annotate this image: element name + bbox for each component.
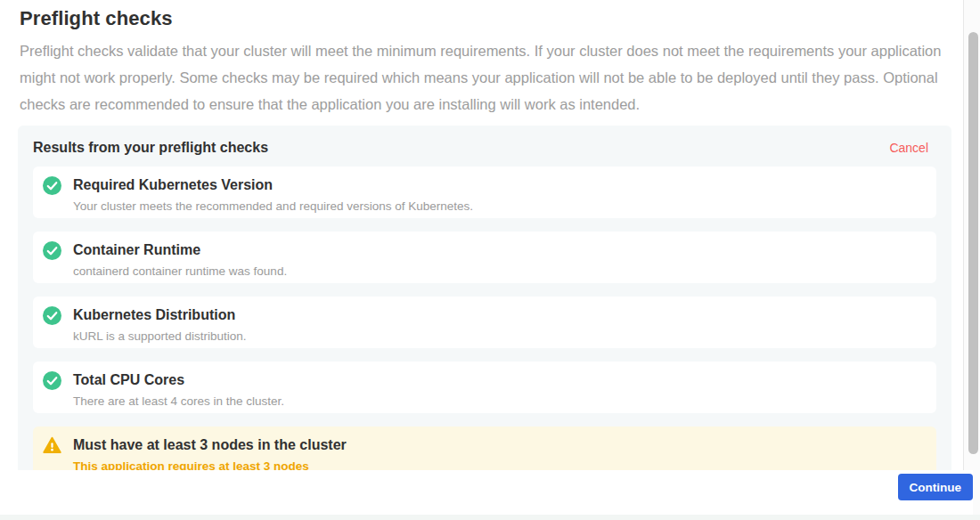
check-circle-icon [43, 176, 61, 195]
page-title: Preflight checks [20, 7, 951, 30]
panel-header: Results from your preflight checks Cance… [33, 140, 936, 156]
panel-title: Results from your preflight checks [33, 140, 268, 156]
check-title: Container Runtime [73, 240, 287, 259]
scrollbar-thumb[interactable] [968, 32, 978, 454]
check-text: Must have at least 3 nodes in the cluste… [73, 435, 347, 473]
scrollbar-track[interactable] [963, 0, 980, 520]
check-circle-icon [43, 371, 61, 390]
check-title: Total CPU Cores [73, 370, 284, 389]
check-circle-icon [43, 306, 61, 325]
check-title: Required Kubernetes Version [73, 175, 473, 194]
check-text: Total CPU Cores There are at least 4 cor… [73, 370, 284, 408]
bottom-strip [0, 515, 980, 520]
check-title: Must have at least 3 nodes in the cluste… [73, 435, 347, 454]
page-description: Preflight checks validate that your clus… [20, 37, 946, 118]
check-row: Kubernetes Distribution kURL is a suppor… [33, 297, 936, 348]
check-message: There are at least 4 cores in the cluste… [73, 394, 284, 408]
check-row: Required Kubernetes Version Your cluster… [33, 167, 936, 218]
preflight-checks-page: Preflight checks Preflight checks valida… [0, 0, 980, 520]
check-message: containerd container runtime was found. [73, 264, 287, 278]
footer-bar: Continue [0, 470, 973, 515]
cancel-link[interactable]: Cancel [889, 141, 928, 155]
check-title: Kubernetes Distribution [73, 305, 247, 324]
check-circle-icon [43, 241, 61, 260]
check-text: Container Runtime containerd container r… [73, 240, 287, 278]
continue-button[interactable]: Continue [898, 474, 974, 500]
warning-triangle-icon [43, 436, 61, 455]
check-row: Container Runtime containerd container r… [33, 232, 936, 283]
preflight-results-panel: Results from your preflight checks Cance… [18, 126, 951, 493]
checks-list: Required Kubernetes Version Your cluster… [33, 167, 936, 478]
check-row: Total CPU Cores There are at least 4 cor… [33, 362, 936, 413]
check-text: Required Kubernetes Version Your cluster… [73, 175, 473, 213]
check-message: Your cluster meets the recommended and r… [73, 199, 473, 213]
page-header: Preflight checks Preflight checks valida… [20, 7, 951, 118]
check-text: Kubernetes Distribution kURL is a suppor… [73, 305, 247, 343]
check-message: kURL is a supported distribution. [73, 329, 247, 343]
